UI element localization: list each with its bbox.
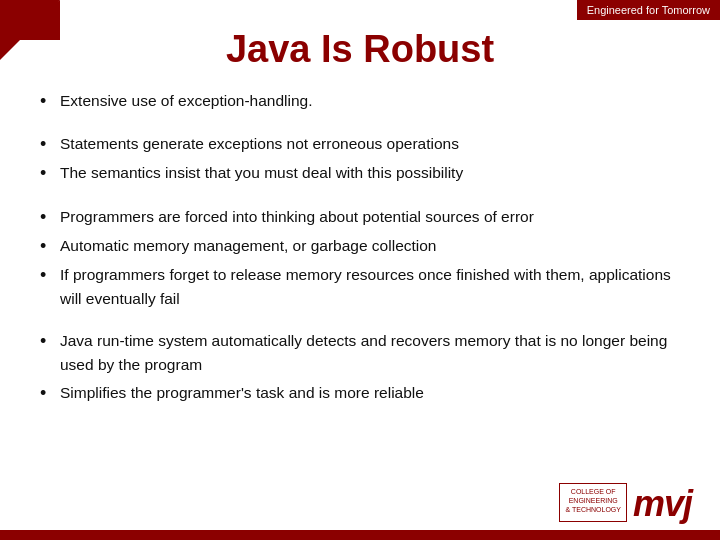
bullet-group-4: • Java run-time system automatically det… bbox=[40, 329, 680, 406]
logo-tagline: COLLEGE OF ENGINEERING & TECHNOLOGY bbox=[565, 487, 621, 514]
bullet-text: Extensive use of exception-handling. bbox=[60, 89, 680, 113]
logo-line3: & TECHNOLOGY bbox=[565, 505, 621, 514]
bullet-text: Programmers are forced into thinking abo… bbox=[60, 205, 680, 229]
bullet-text: Statements generate exceptions not erron… bbox=[60, 132, 680, 156]
bullet-dot: • bbox=[40, 381, 60, 406]
bullet-group-3: • Programmers are forced into thinking a… bbox=[40, 205, 680, 311]
bullet-text: If programmers forget to release memory … bbox=[60, 263, 680, 311]
list-item: • Extensive use of exception-handling. bbox=[40, 89, 680, 114]
list-item: • The semantics insist that you must dea… bbox=[40, 161, 680, 186]
bullet-dot: • bbox=[40, 234, 60, 259]
bullet-text: Java run-time system automatically detec… bbox=[60, 329, 680, 377]
list-item: • Simplifies the programmer's task and i… bbox=[40, 381, 680, 406]
bullet-dot: • bbox=[40, 263, 60, 288]
bullet-text: The semantics insist that you must deal … bbox=[60, 161, 680, 185]
bullet-dot: • bbox=[40, 205, 60, 230]
logo-tagline-box: COLLEGE OF ENGINEERING & TECHNOLOGY bbox=[559, 483, 627, 522]
tagline-text: Engineered for Tomorrow bbox=[587, 4, 710, 16]
list-item: • Java run-time system automatically det… bbox=[40, 329, 680, 377]
logo-text: mvj bbox=[633, 486, 692, 522]
corner-accent-top bbox=[0, 0, 60, 60]
list-item: • Automatic memory management, or garbag… bbox=[40, 234, 680, 259]
bullet-group-1: • Extensive use of exception-handling. bbox=[40, 89, 680, 114]
bullet-text: Simplifies the programmer's task and is … bbox=[60, 381, 680, 405]
bullet-dot: • bbox=[40, 132, 60, 157]
bullet-group-2: • Statements generate exceptions not err… bbox=[40, 132, 680, 186]
logo-line2: ENGINEERING bbox=[565, 496, 621, 505]
list-item: • If programmers forget to release memor… bbox=[40, 263, 680, 311]
bullet-dot: • bbox=[40, 329, 60, 354]
list-item: • Programmers are forced into thinking a… bbox=[40, 205, 680, 230]
bullet-text: Automatic memory management, or garbage … bbox=[60, 234, 680, 258]
content-area: • Extensive use of exception-handling. •… bbox=[0, 89, 720, 406]
bullet-dot: • bbox=[40, 161, 60, 186]
tagline-bar: Engineered for Tomorrow bbox=[577, 0, 720, 20]
list-item: • Statements generate exceptions not err… bbox=[40, 132, 680, 157]
page-title: Java Is Robust bbox=[0, 28, 720, 71]
logo-line1: COLLEGE OF bbox=[565, 487, 621, 496]
bullet-dot: • bbox=[40, 89, 60, 114]
bottom-bar bbox=[0, 530, 720, 540]
logo-area: COLLEGE OF ENGINEERING & TECHNOLOGY mvj bbox=[559, 483, 692, 522]
